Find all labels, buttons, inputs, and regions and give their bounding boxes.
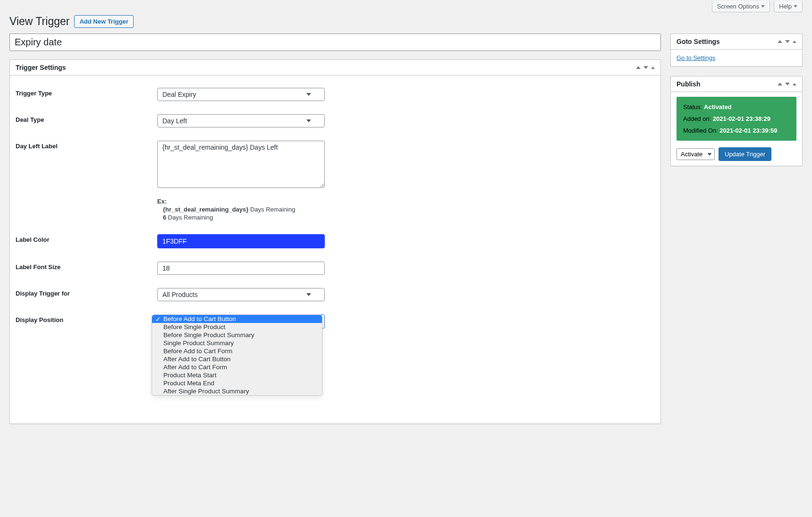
label-font-size-input[interactable] [157,262,325,275]
added-on-label: Added on: [683,115,713,122]
screen-options-button[interactable]: Screen Options [712,1,770,12]
dropdown-option[interactable]: After Add to Cart Form [152,363,322,371]
chevron-up-icon[interactable] [778,83,782,85]
display-trigger-for-select[interactable]: All Products [157,288,325,301]
dropdown-option[interactable]: Before Add to Cart Form [152,347,322,355]
deal-type-label: Deal Type [16,114,157,127]
modified-on-label: Modified On: [683,127,719,134]
display-trigger-for-label: Display Trigger for [16,288,157,301]
screen-options-label: Screen Options [717,3,760,10]
display-trigger-for-value: All Products [162,291,198,298]
chevron-down-icon [794,5,797,8]
deal-type-select[interactable]: Day Left [157,114,325,127]
chevron-up-icon[interactable] [778,40,782,43]
chevron-down-icon[interactable] [643,66,648,69]
publish-heading: Publish [677,80,701,88]
status-label: Status: [683,103,704,110]
dropdown-option[interactable]: After Single Product Summary [152,387,322,395]
activate-select[interactable]: Activate [677,148,715,160]
chevron-down-icon[interactable] [785,40,790,43]
label-font-size-label: Label Font Size [16,262,157,275]
trigger-type-value: Deal Expiry [162,91,196,98]
example-block: Ex: {hr_st_deal_remaining_days} Days Rem… [157,198,655,221]
label-color-input[interactable]: 1F3DFF [157,234,325,248]
day-left-label-textarea[interactable]: {hr_st_deal_remaining_days} Days Left [157,141,325,188]
chevron-down-icon [306,293,311,296]
example-rest-1: Days Remaining [248,206,295,213]
trigger-type-label: Trigger Type [16,88,157,101]
triangle-up-icon[interactable] [793,83,796,85]
triangle-up-icon[interactable] [793,41,796,43]
dropdown-option[interactable]: Product Meta End [152,379,322,387]
triangle-up-icon[interactable] [651,67,655,69]
dropdown-option[interactable]: Single Product Summary [152,339,322,347]
add-new-trigger-button[interactable]: Add New Trigger [74,15,133,28]
go-to-settings-link[interactable]: Go to Settings [677,54,715,61]
chevron-down-icon [761,5,765,8]
dropdown-option[interactable]: Before Single Product [152,323,322,331]
trigger-title-input[interactable] [9,34,661,51]
example-label: Ex: [157,198,655,205]
trigger-type-select[interactable]: Deal Expiry [157,88,325,101]
example-token: {hr_st_deal_remaining_days} [163,206,248,213]
chevron-down-icon [306,93,311,96]
dropdown-option[interactable]: After Add to Cart Button [152,355,322,363]
modified-on-value: 2021-02-01 23:39:59 [719,127,777,134]
chevron-down-icon[interactable] [785,83,790,85]
day-left-label-label: Day Left Label [16,141,157,221]
trigger-settings-heading: Trigger Settings [16,64,66,71]
dropdown-option[interactable]: Before Add to Cart Button [152,315,322,323]
update-trigger-button[interactable]: Update Trigger [719,147,771,161]
help-button[interactable]: Help [774,1,803,12]
page-title: View Trigger [9,15,69,28]
display-position-label: Display Position [16,314,157,323]
status-panel: Status: Activated Added on: 2021-02-01 2… [677,97,796,141]
deal-type-value: Day Left [162,117,187,125]
goto-settings-heading: Goto Settings [677,38,720,45]
chevron-down-icon [306,119,311,122]
label-color-label: Label Color [16,234,157,248]
chevron-up-icon[interactable] [636,66,641,69]
dropdown-option[interactable]: Before Single Product Summary [152,331,322,339]
example-rest-2: Days Remaining [166,214,213,221]
status-value: Activated [704,103,732,110]
added-on-value: 2021-02-01 23:38:29 [713,115,770,122]
display-position-dropdown[interactable]: Before Add to Cart Button Before Single … [152,314,322,396]
help-label: Help [779,3,792,10]
dropdown-option[interactable]: Product Meta Start [152,371,322,379]
